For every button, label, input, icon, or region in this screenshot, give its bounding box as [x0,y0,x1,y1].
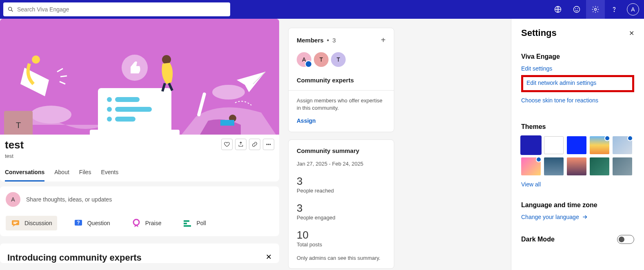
community-title: test [5,139,219,151]
svg-line-1 [11,10,13,11]
help-icon[interactable] [605,0,624,19]
close-icon[interactable]: ✕ [629,29,634,37]
dark-mode-toggle[interactable] [617,235,634,244]
smiley-icon[interactable] [567,0,586,19]
member-avatars: ATT [297,52,386,67]
svg-rect-14 [115,97,140,102]
add-member-button[interactable]: + [381,35,386,45]
svg-point-10 [212,85,245,100]
theme-swatch[interactable] [544,157,564,175]
option-question[interactable]: ? Question [69,216,115,230]
experts-description: Assign members who offer expertise in th… [297,97,386,112]
svg-point-21 [162,55,171,64]
composer-placeholder[interactable]: Share thoughts, ideas, or updates [26,196,112,203]
close-icon[interactable]: ✕ [266,252,272,261]
summary-date-range: Jan 27, 2025 - Feb 24, 2025 [297,161,386,167]
svg-point-34 [133,219,139,225]
option-label: Question [87,220,110,226]
settings-section-viva: Viva Engage [521,53,634,60]
composer: A Share thoughts, ideas, or updates Disc… [0,186,279,236]
theme-swatch[interactable] [521,136,541,154]
tab-about[interactable]: About [54,166,69,181]
stat-number: 3 [297,202,386,215]
highlight-box: Edit network admin settings . [521,75,634,92]
theme-swatch[interactable] [590,136,609,154]
question-icon: ? [73,218,83,228]
user-avatar[interactable]: A [624,0,642,19]
themes-grid [521,136,634,175]
themes-title: Themes [521,123,634,131]
svg-rect-12 [90,130,180,135]
svg-point-9 [31,106,71,124]
theme-swatch[interactable] [567,157,586,175]
tab-files[interactable]: Files [79,166,91,181]
edit-network-admin-link[interactable]: Edit network admin settings [526,80,629,86]
members-card: Members • 3 + ATT Community experts Assi… [288,28,394,132]
stat-label: Total posts [297,241,386,248]
globe-icon[interactable] [549,0,567,19]
stat-label: People engaged [297,215,386,221]
share-button[interactable] [235,139,246,150]
svg-point-7 [614,11,614,11]
favorite-button[interactable] [221,139,233,150]
svg-point-0 [9,7,12,11]
composer-avatar: A [6,192,20,207]
stat-number: 3 [297,175,386,188]
side-column: Members • 3 + ATT Community experts Assi… [288,19,394,270]
community-tabs: Conversations About Files Events [5,166,274,181]
member-avatar[interactable]: A [297,52,311,67]
svg-point-28 [270,144,271,145]
svg-point-19 [32,55,40,64]
stat-number: 10 [297,229,386,241]
intro-title: Introducing community experts [7,252,272,263]
cover-illustration [0,19,279,135]
svg-point-26 [266,144,267,145]
theme-swatch[interactable] [544,136,564,154]
member-avatar[interactable]: T [331,52,346,67]
community-header: test test Conversations About Files Even… [0,135,279,181]
top-bar: A [0,0,644,19]
option-poll[interactable]: Poll [178,216,211,230]
language-title: Language and time zone [521,201,634,209]
skin-tone-link[interactable]: Choose skin tone for reactions [521,97,634,104]
search-box[interactable] [3,2,230,16]
svg-point-13 [107,97,112,102]
theme-swatch[interactable] [567,136,586,154]
link-button[interactable] [249,139,260,150]
intro-card: Introducing community experts ✕ [0,243,279,263]
option-praise[interactable]: Praise [127,216,167,230]
svg-point-3 [574,7,580,13]
svg-point-6 [595,9,597,11]
community-column: T test test Conversations About Files Ev… [0,19,279,270]
option-label: Discussion [24,220,52,226]
tab-events[interactable]: Events [101,166,118,181]
option-label: Poll [196,220,206,226]
more-button[interactable] [263,139,274,150]
svg-point-4 [575,9,576,9]
search-input[interactable] [17,6,226,13]
theme-swatch[interactable] [590,157,609,175]
settings-panel: Settings ✕ Viva Engage Edit settings Edi… [511,19,644,270]
community-cover: T [0,19,279,135]
edit-settings-link[interactable]: Edit settings [521,65,634,72]
member-avatar[interactable]: T [314,52,329,67]
settings-title: Settings [521,28,629,38]
praise-icon [131,218,141,228]
discussion-icon [11,218,20,228]
poll-icon [182,218,192,228]
theme-swatch[interactable] [613,157,632,175]
change-language-link[interactable]: Change your language [521,214,634,220]
community-subtitle: test [5,153,274,159]
tab-conversations[interactable]: Conversations [5,166,44,181]
svg-rect-37 [184,225,191,227]
svg-rect-18 [115,117,135,122]
svg-point-25 [149,125,161,133]
option-discussion[interactable]: Discussion [6,216,57,230]
theme-swatch[interactable] [613,136,632,154]
community-avatar: T [4,111,33,135]
assign-link[interactable]: Assign [297,117,316,124]
svg-point-15 [107,107,112,112]
gear-icon[interactable] [586,0,605,19]
view-all-themes-link[interactable]: View all [521,181,634,188]
theme-swatch[interactable] [521,157,541,175]
